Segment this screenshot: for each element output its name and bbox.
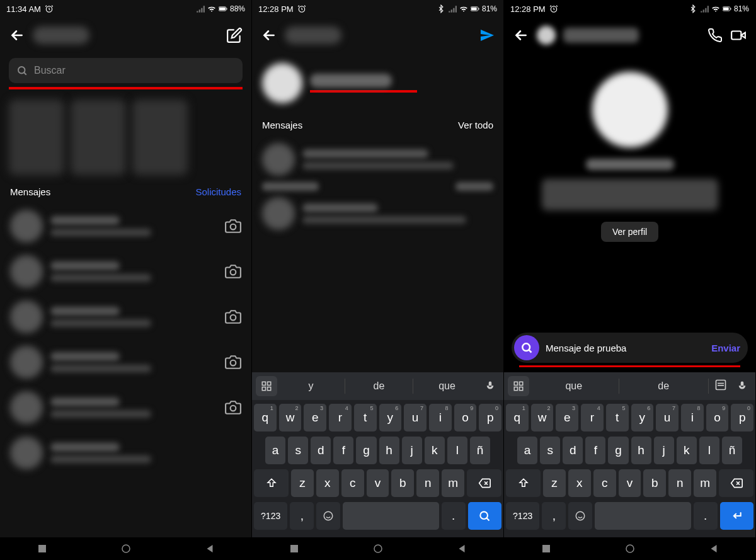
key-w[interactable]: w2 bbox=[279, 404, 302, 431]
key-w[interactable]: w2 bbox=[531, 404, 554, 431]
key-b[interactable]: b bbox=[391, 469, 414, 497]
key-h[interactable]: h bbox=[631, 437, 651, 464]
key-m[interactable]: m bbox=[694, 469, 716, 497]
call-icon[interactable] bbox=[707, 28, 723, 43]
nav-back-icon[interactable] bbox=[708, 543, 719, 554]
conversation-item[interactable] bbox=[0, 203, 251, 249]
key-t[interactable]: t5 bbox=[606, 404, 629, 431]
chat-username-blurred[interactable] bbox=[563, 28, 639, 43]
key-z[interactable]: z bbox=[543, 469, 566, 497]
key-dot[interactable]: . bbox=[694, 502, 718, 530]
story-item[interactable] bbox=[9, 100, 64, 175]
back-icon[interactable] bbox=[513, 27, 529, 43]
key-i[interactable]: i8 bbox=[429, 404, 452, 431]
key-emoji[interactable] bbox=[316, 502, 340, 530]
key-j[interactable]: j bbox=[654, 437, 674, 464]
chat-avatar[interactable] bbox=[537, 26, 556, 45]
story-item[interactable] bbox=[71, 100, 126, 175]
key-s[interactable]: s bbox=[288, 437, 308, 464]
search-query-blurred[interactable] bbox=[285, 26, 341, 44]
key-enter[interactable] bbox=[720, 502, 753, 530]
key-symbols[interactable]: ?123 bbox=[506, 502, 539, 530]
key-n[interactable]: n bbox=[668, 469, 691, 497]
camera-icon[interactable] bbox=[225, 399, 241, 416]
suggestion[interactable]: y bbox=[278, 377, 343, 396]
key-s[interactable]: s bbox=[540, 437, 560, 464]
view-profile-button[interactable]: Ver perfil bbox=[601, 222, 658, 242]
key-k[interactable]: k bbox=[425, 437, 445, 464]
key-c[interactable]: c bbox=[341, 469, 364, 497]
key-o[interactable]: o9 bbox=[706, 404, 729, 431]
key-backspace[interactable] bbox=[719, 469, 753, 497]
key-e[interactable]: e3 bbox=[304, 404, 326, 431]
key-x[interactable]: x bbox=[568, 469, 591, 497]
key-d[interactable]: d bbox=[311, 437, 331, 464]
nav-recent-icon[interactable] bbox=[289, 543, 300, 554]
key-v[interactable]: v bbox=[367, 469, 389, 497]
key-m[interactable]: m bbox=[442, 469, 464, 497]
key-n[interactable]: n bbox=[416, 469, 439, 497]
key-q[interactable]: q1 bbox=[254, 404, 277, 431]
key-z[interactable]: z bbox=[291, 469, 314, 497]
key-u[interactable]: u7 bbox=[404, 404, 427, 431]
nav-home-icon[interactable] bbox=[372, 543, 384, 554]
suggestion-gif[interactable] bbox=[710, 375, 731, 397]
conversation-item[interactable] bbox=[252, 137, 503, 182]
key-c[interactable]: c bbox=[593, 469, 616, 497]
nav-recent-icon[interactable] bbox=[37, 543, 48, 554]
message-search-button[interactable] bbox=[514, 335, 539, 360]
key-search[interactable] bbox=[468, 502, 501, 530]
key-y[interactable]: y6 bbox=[631, 404, 654, 431]
key-h[interactable]: h bbox=[379, 437, 399, 464]
key-f[interactable]: f bbox=[333, 437, 353, 464]
key-t[interactable]: t5 bbox=[354, 404, 377, 431]
nav-home-icon[interactable] bbox=[120, 543, 132, 554]
key-o[interactable]: o9 bbox=[454, 404, 477, 431]
key-space[interactable] bbox=[595, 502, 690, 530]
key-space[interactable] bbox=[343, 502, 438, 530]
account-item[interactable] bbox=[252, 191, 503, 236]
key-q[interactable]: q1 bbox=[506, 404, 529, 431]
mic-icon[interactable] bbox=[481, 380, 500, 392]
back-icon[interactable] bbox=[9, 27, 25, 43]
suggestion[interactable]: de bbox=[346, 377, 411, 396]
key-comma[interactable]: , bbox=[290, 502, 314, 530]
suggestion[interactable]: que bbox=[415, 377, 479, 396]
key-l[interactable]: l bbox=[447, 437, 467, 464]
key-comma[interactable]: , bbox=[542, 502, 566, 530]
conversation-item[interactable] bbox=[0, 385, 251, 430]
key-f[interactable]: f bbox=[585, 437, 605, 464]
conversation-item[interactable] bbox=[0, 340, 251, 385]
camera-icon[interactable] bbox=[225, 309, 241, 325]
key-b[interactable]: b bbox=[643, 469, 666, 497]
key-backspace[interactable] bbox=[467, 469, 501, 497]
key-emoji[interactable] bbox=[568, 502, 592, 530]
key-d[interactable]: d bbox=[563, 437, 583, 464]
camera-icon[interactable] bbox=[225, 263, 241, 280]
conversation-item[interactable] bbox=[0, 249, 251, 294]
key-r[interactable]: r4 bbox=[581, 404, 604, 431]
top-result[interactable] bbox=[252, 53, 503, 113]
key-a[interactable]: a bbox=[517, 437, 537, 464]
view-all-link[interactable]: Ver todo bbox=[458, 120, 493, 130]
key-shift[interactable] bbox=[506, 469, 541, 497]
key-p[interactable]: p0 bbox=[731, 404, 753, 431]
mic-icon[interactable] bbox=[733, 380, 752, 392]
nav-back-icon[interactable] bbox=[204, 543, 215, 554]
key-ñ[interactable]: ñ bbox=[470, 437, 490, 464]
key-j[interactable]: j bbox=[402, 437, 422, 464]
key-symbols[interactable]: ?123 bbox=[254, 502, 287, 530]
send-button[interactable]: Enviar bbox=[711, 343, 740, 353]
key-g[interactable]: g bbox=[608, 437, 628, 464]
key-v[interactable]: v bbox=[619, 469, 641, 497]
key-l[interactable]: l bbox=[699, 437, 719, 464]
key-u[interactable]: u7 bbox=[656, 404, 679, 431]
account-name-blurred[interactable] bbox=[33, 26, 89, 44]
key-p[interactable]: p0 bbox=[479, 404, 501, 431]
key-dot[interactable]: . bbox=[442, 502, 466, 530]
key-ñ[interactable]: ñ bbox=[722, 437, 742, 464]
camera-icon[interactable] bbox=[225, 354, 241, 370]
nav-back-icon[interactable] bbox=[456, 543, 467, 554]
search-input[interactable]: Buscar bbox=[9, 58, 243, 83]
camera-icon[interactable] bbox=[225, 218, 241, 234]
